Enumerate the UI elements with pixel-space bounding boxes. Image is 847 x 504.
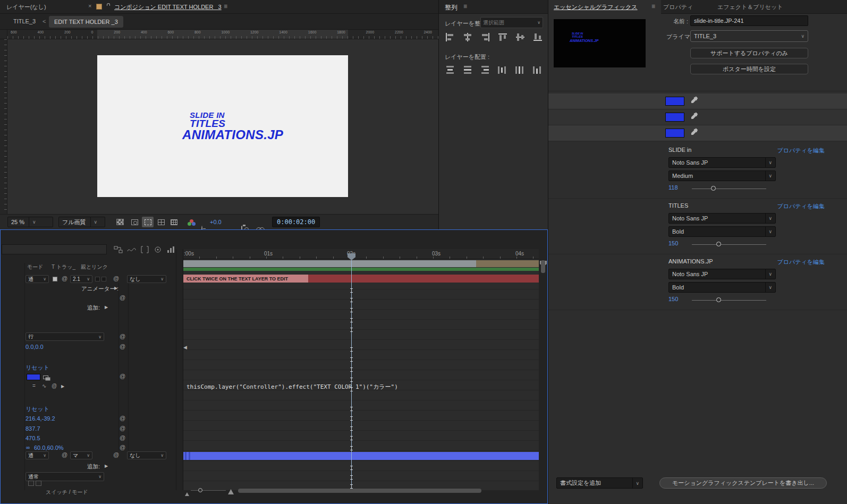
position-property-value[interactable]: 216.4,-39.2: [26, 415, 55, 422]
grid-button[interactable]: [168, 217, 180, 227]
range-selector-basis-dropdown[interactable]: 行 ∨: [26, 332, 104, 341]
template-name-input[interactable]: slide-in-title.JP-241: [690, 15, 808, 26]
edit-properties-link[interactable]: プロパティを編集: [777, 202, 825, 210]
font-size-slider[interactable]: [692, 244, 766, 245]
current-timecode[interactable]: 0:00:02:00: [272, 217, 320, 227]
tab-composition-viewer[interactable]: コンポジション EDIT TEXT HOLDER _3: [114, 3, 222, 11]
column-header-trackmatte[interactable]: T トラッ_: [52, 263, 75, 271]
pick-whip-icon[interactable]: @: [62, 276, 67, 281]
font-size-slider-knob[interactable]: [716, 297, 721, 302]
pick-whip-icon[interactable]: @: [113, 452, 119, 458]
horizontal-ruler[interactable]: 600 400 200 0 200 400 600 800 1000 1200 …: [7, 30, 438, 39]
font-size-value[interactable]: 150: [668, 240, 678, 246]
vertical-scrollbar[interactable]: [541, 260, 545, 273]
fill-color-swatch[interactable]: [27, 374, 40, 380]
horizontal-scrollbar[interactable]: [238, 489, 481, 493]
reset-link[interactable]: リセット: [26, 405, 49, 413]
track-matte-dropdown[interactable]: 2.1 ∨: [70, 275, 92, 283]
resolution-dropdown[interactable]: フル画質 ∨: [58, 217, 105, 227]
vertical-ruler[interactable]: [0, 39, 7, 214]
mask-visibility-button[interactable]: [129, 217, 140, 227]
link-icon[interactable]: ∞: [26, 445, 30, 450]
supported-properties-button[interactable]: サポートするプロパティのみ: [690, 48, 808, 58]
title-text-layer[interactable]: SLIDE IN TITLES ANIMATIONS.JP: [182, 111, 283, 141]
keyframe-prev-icon[interactable]: ◀: [183, 345, 187, 350]
column-header-parent-link[interactable]: 親とリンク: [81, 263, 108, 271]
expression-pick-whip-icon[interactable]: @: [52, 383, 57, 389]
pick-whip-icon[interactable]: @: [113, 276, 119, 281]
set-poster-time-button[interactable]: ポスター時間を設定: [690, 64, 808, 74]
expression-language-menu-icon[interactable]: ▶: [61, 384, 64, 389]
eyedropper-icon[interactable]: [691, 112, 699, 122]
composition-canvas[interactable]: SLIDE IN TITLES ANIMATIONS.JP: [97, 55, 348, 197]
zoom-out-mountain-icon[interactable]: [185, 489, 189, 498]
text-layer-duration-bar[interactable]: CLICK TWICE ON THE TEXT LAYER TO EDIT: [183, 275, 539, 283]
distribute-bottom-button[interactable]: [478, 64, 492, 76]
expression-graph-icon[interactable]: ∿: [42, 383, 46, 389]
motion-blur-icon[interactable]: [154, 246, 163, 255]
font-family-dropdown[interactable]: Noto Sans JP ∨: [668, 269, 776, 279]
parent-dropdown[interactable]: なし ∨: [127, 451, 166, 459]
pick-whip-icon[interactable]: @: [120, 344, 125, 349]
blend-mode-dropdown[interactable]: 通 ∨: [26, 275, 49, 283]
color-swatch[interactable]: [665, 97, 684, 106]
align-panel-title[interactable]: 整列: [445, 3, 458, 12]
color-swatch[interactable]: [665, 113, 684, 122]
blend-mode-dropdown[interactable]: 通 ∨: [26, 451, 49, 459]
align-right-button[interactable]: [478, 31, 492, 44]
offset-property-value[interactable]: 0.0,0.0: [26, 344, 44, 350]
scale-property-value[interactable]: 60.0,60.0%: [34, 445, 64, 451]
preserve-transparency-checkbox[interactable]: [53, 277, 57, 281]
composition-flowchart-icon[interactable]: [114, 246, 123, 255]
font-size-value[interactable]: 150: [668, 296, 678, 302]
align-center-vertical-button[interactable]: [513, 31, 527, 44]
pick-whip-icon[interactable]: @: [120, 445, 125, 450]
panel-menu-icon[interactable]: ≡: [651, 3, 655, 10]
pick-whip-icon[interactable]: @: [120, 415, 125, 421]
pick-whip-icon[interactable]: @: [120, 334, 125, 339]
tab-layer-viewer[interactable]: レイヤー(なし): [6, 3, 46, 11]
matte-invert-switch[interactable]: [101, 277, 106, 281]
panel-menu-icon[interactable]: ≡: [224, 3, 227, 10]
eyedropper-icon[interactable]: [691, 96, 699, 106]
animator-add-arrow[interactable]: ▶: [114, 286, 117, 291]
matte-switch[interactable]: [95, 277, 100, 281]
pick-whip-icon[interactable]: @: [120, 373, 125, 379]
font-family-dropdown[interactable]: Noto Sans JP ∨: [668, 157, 776, 168]
font-weight-dropdown[interactable]: Bold ∨: [668, 282, 776, 293]
font-family-dropdown[interactable]: Noto Sans JP ∨: [668, 213, 776, 224]
column-header-mode[interactable]: モード: [27, 263, 43, 271]
distribute-center-vertical-button[interactable]: [461, 64, 475, 76]
zoom-in-mountain-icon[interactable]: [228, 487, 234, 497]
add-arrow[interactable]: ▶: [105, 305, 108, 310]
add-formatting-dropdown[interactable]: 書式設定を追加 ∨: [556, 477, 643, 489]
parent-dropdown[interactable]: なし ∨: [127, 275, 166, 283]
zoom-level-dropdown[interactable]: 25 % ∨: [7, 217, 53, 227]
work-area-tail[interactable]: [476, 260, 539, 267]
timeline-time-ruler[interactable]: :00s 01s 02s 03s 04s: [183, 249, 539, 259]
swap-icon[interactable]: [43, 374, 50, 383]
edit-properties-link[interactable]: プロパティを編集: [777, 258, 825, 266]
align-top-button[interactable]: [496, 31, 510, 44]
track-matte-dropdown[interactable]: マ ∨: [70, 451, 92, 459]
font-size-value[interactable]: 118: [668, 184, 678, 191]
breadcrumb-current-comp[interactable]: EDIT TEXT HOLDER _3: [49, 16, 123, 28]
graph-editor-icon[interactable]: [167, 246, 176, 255]
tab-properties[interactable]: プロパティ: [663, 3, 693, 11]
reset-link[interactable]: リセット: [26, 364, 49, 372]
template-thumbnail[interactable]: SLIDE IN TITLES ANIMATIONS.JP: [554, 19, 646, 67]
pick-whip-icon[interactable]: @: [62, 452, 67, 458]
work-area-bar[interactable]: [183, 260, 539, 267]
layer-name-segment[interactable]: CLICK TWICE ON THE TEXT LAYER TO EDIT: [183, 275, 308, 283]
color-management-icon[interactable]: [188, 219, 196, 226]
panel-menu-icon[interactable]: ≡: [463, 3, 467, 10]
timeline-zoom-knob[interactable]: [198, 488, 202, 492]
font-size-slider[interactable]: [692, 189, 766, 189]
font-weight-dropdown[interactable]: Bold ∨: [668, 226, 776, 237]
pick-whip-icon[interactable]: @: [120, 295, 125, 301]
align-left-button[interactable]: [443, 31, 457, 44]
breadcrumb-parent-comp[interactable]: TITLE_3: [13, 18, 36, 24]
slider-property-value[interactable]: 470.5: [26, 435, 40, 441]
work-area-active[interactable]: [183, 260, 476, 267]
tab-effects-presets[interactable]: エフェクト＆プリセット: [717, 3, 783, 11]
